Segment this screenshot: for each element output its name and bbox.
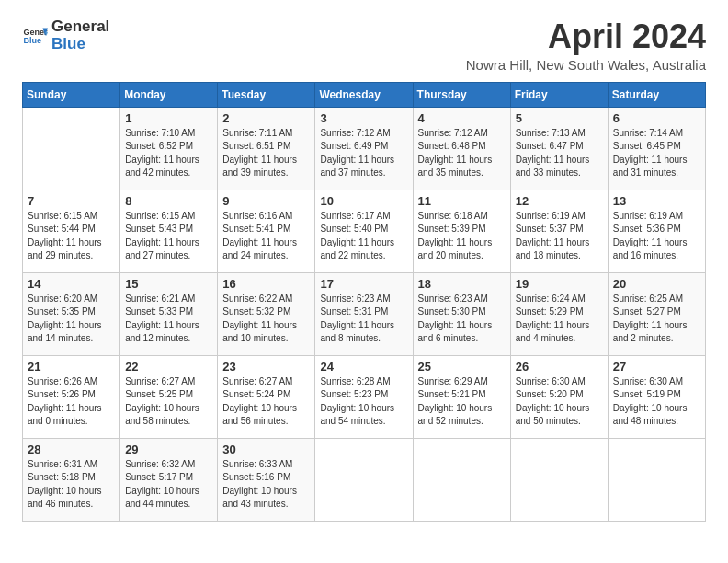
column-header-thursday: Thursday	[413, 82, 510, 107]
day-number: 2	[222, 111, 310, 125]
day-cell: 24Sunrise: 6:28 AM Sunset: 5:23 PM Dayli…	[315, 355, 413, 438]
day-number: 4	[418, 111, 506, 125]
day-cell: 25Sunrise: 6:29 AM Sunset: 5:21 PM Dayli…	[413, 355, 510, 438]
month-title: April 2024	[466, 18, 706, 55]
day-number: 8	[125, 194, 212, 208]
day-info: Sunrise: 6:21 AM Sunset: 5:33 PM Dayligh…	[125, 293, 212, 346]
day-number: 17	[320, 277, 407, 291]
day-info: Sunrise: 6:23 AM Sunset: 5:30 PM Dayligh…	[418, 293, 506, 346]
day-info: Sunrise: 6:31 AM Sunset: 5:18 PM Dayligh…	[28, 458, 115, 511]
day-cell: 4Sunrise: 7:12 AM Sunset: 6:48 PM Daylig…	[413, 107, 510, 190]
day-number: 5	[516, 111, 603, 125]
day-cell: 7Sunrise: 6:15 AM Sunset: 5:44 PM Daylig…	[23, 190, 120, 272]
day-number: 10	[320, 194, 407, 208]
day-cell	[315, 438, 413, 521]
day-info: Sunrise: 6:17 AM Sunset: 5:40 PM Dayligh…	[320, 210, 407, 263]
day-info: Sunrise: 6:19 AM Sunset: 5:36 PM Dayligh…	[613, 210, 700, 263]
day-cell: 20Sunrise: 6:25 AM Sunset: 5:27 PM Dayli…	[608, 272, 705, 355]
column-header-monday: Monday	[120, 82, 218, 107]
day-cell	[608, 438, 705, 521]
day-info: Sunrise: 6:30 AM Sunset: 5:19 PM Dayligh…	[613, 375, 700, 429]
day-cell: 1Sunrise: 7:10 AM Sunset: 6:52 PM Daylig…	[120, 107, 218, 190]
header-row: SundayMondayTuesdayWednesdayThursdayFrid…	[23, 82, 706, 107]
day-cell: 22Sunrise: 6:27 AM Sunset: 5:25 PM Dayli…	[120, 355, 218, 438]
day-number: 1	[125, 111, 212, 125]
logo: General Blue General Blue	[22, 18, 109, 52]
day-number: 29	[125, 442, 212, 456]
day-cell	[510, 438, 608, 521]
day-cell: 23Sunrise: 6:27 AM Sunset: 5:24 PM Dayli…	[218, 355, 315, 438]
day-number: 22	[125, 360, 212, 373]
day-cell: 13Sunrise: 6:19 AM Sunset: 5:36 PM Dayli…	[608, 190, 705, 272]
day-cell: 15Sunrise: 6:21 AM Sunset: 5:33 PM Dayli…	[120, 272, 218, 355]
day-number: 16	[222, 277, 310, 291]
day-number: 3	[320, 111, 407, 125]
day-info: Sunrise: 6:22 AM Sunset: 5:32 PM Dayligh…	[222, 293, 310, 346]
day-number: 24	[320, 360, 407, 373]
column-header-wednesday: Wednesday	[315, 82, 413, 107]
day-info: Sunrise: 6:19 AM Sunset: 5:37 PM Dayligh…	[516, 210, 603, 263]
day-cell: 10Sunrise: 6:17 AM Sunset: 5:40 PM Dayli…	[315, 190, 413, 272]
week-row-3: 14Sunrise: 6:20 AM Sunset: 5:35 PM Dayli…	[23, 272, 706, 355]
day-info: Sunrise: 7:11 AM Sunset: 6:51 PM Dayligh…	[222, 127, 310, 180]
column-header-saturday: Saturday	[608, 82, 705, 107]
day-info: Sunrise: 7:10 AM Sunset: 6:52 PM Dayligh…	[125, 127, 212, 180]
day-info: Sunrise: 6:18 AM Sunset: 5:39 PM Dayligh…	[418, 210, 506, 263]
day-number: 20	[613, 277, 700, 291]
day-cell: 30Sunrise: 6:33 AM Sunset: 5:16 PM Dayli…	[218, 438, 315, 521]
day-info: Sunrise: 6:24 AM Sunset: 5:29 PM Dayligh…	[516, 293, 603, 346]
day-number: 26	[516, 360, 603, 373]
day-cell: 3Sunrise: 7:12 AM Sunset: 6:49 PM Daylig…	[315, 107, 413, 190]
day-number: 12	[516, 194, 603, 208]
day-info: Sunrise: 7:12 AM Sunset: 6:48 PM Dayligh…	[418, 127, 506, 180]
day-cell: 5Sunrise: 7:13 AM Sunset: 6:47 PM Daylig…	[510, 107, 608, 190]
day-number: 11	[418, 194, 506, 208]
day-cell: 29Sunrise: 6:32 AM Sunset: 5:17 PM Dayli…	[120, 438, 218, 521]
column-header-friday: Friday	[510, 82, 608, 107]
day-cell: 9Sunrise: 6:16 AM Sunset: 5:41 PM Daylig…	[218, 190, 315, 272]
day-info: Sunrise: 6:33 AM Sunset: 5:16 PM Dayligh…	[222, 458, 310, 511]
calendar-body: 1Sunrise: 7:10 AM Sunset: 6:52 PM Daylig…	[23, 107, 706, 521]
day-number: 30	[222, 442, 310, 456]
day-info: Sunrise: 6:20 AM Sunset: 5:35 PM Dayligh…	[28, 293, 115, 346]
day-cell: 27Sunrise: 6:30 AM Sunset: 5:19 PM Dayli…	[608, 355, 705, 438]
svg-text:Blue: Blue	[23, 36, 41, 45]
day-number: 25	[418, 360, 506, 373]
day-info: Sunrise: 6:23 AM Sunset: 5:31 PM Dayligh…	[320, 293, 407, 346]
calendar-table: SundayMondayTuesdayWednesdayThursdayFrid…	[22, 82, 706, 522]
week-row-4: 21Sunrise: 6:26 AM Sunset: 5:26 PM Dayli…	[23, 355, 706, 438]
day-info: Sunrise: 6:27 AM Sunset: 5:24 PM Dayligh…	[222, 375, 310, 429]
day-number: 18	[418, 277, 506, 291]
day-number: 21	[28, 360, 115, 373]
day-cell: 28Sunrise: 6:31 AM Sunset: 5:18 PM Dayli…	[23, 438, 120, 521]
day-cell: 11Sunrise: 6:18 AM Sunset: 5:39 PM Dayli…	[413, 190, 510, 272]
day-cell: 6Sunrise: 7:14 AM Sunset: 6:45 PM Daylig…	[608, 107, 705, 190]
day-info: Sunrise: 7:14 AM Sunset: 6:45 PM Dayligh…	[613, 127, 700, 180]
header: General Blue General Blue April 2024 Now…	[22, 18, 706, 73]
calendar-header: SundayMondayTuesdayWednesdayThursdayFrid…	[23, 82, 706, 107]
day-cell: 14Sunrise: 6:20 AM Sunset: 5:35 PM Dayli…	[23, 272, 120, 355]
week-row-1: 1Sunrise: 7:10 AM Sunset: 6:52 PM Daylig…	[23, 107, 706, 190]
title-area: April 2024 Nowra Hill, New South Wales, …	[466, 18, 706, 73]
day-info: Sunrise: 6:27 AM Sunset: 5:25 PM Dayligh…	[125, 375, 212, 429]
day-cell: 8Sunrise: 6:15 AM Sunset: 5:43 PM Daylig…	[120, 190, 218, 272]
day-number: 27	[613, 360, 700, 373]
day-number: 23	[222, 360, 310, 373]
day-number: 28	[28, 442, 115, 456]
day-number: 19	[516, 277, 603, 291]
day-cell: 17Sunrise: 6:23 AM Sunset: 5:31 PM Dayli…	[315, 272, 413, 355]
week-row-2: 7Sunrise: 6:15 AM Sunset: 5:44 PM Daylig…	[23, 190, 706, 272]
day-info: Sunrise: 6:32 AM Sunset: 5:17 PM Dayligh…	[125, 458, 212, 511]
day-info: Sunrise: 6:16 AM Sunset: 5:41 PM Dayligh…	[222, 210, 310, 263]
day-cell	[413, 438, 510, 521]
logo-blue-text: Blue	[51, 36, 109, 53]
day-cell: 2Sunrise: 7:11 AM Sunset: 6:51 PM Daylig…	[218, 107, 315, 190]
week-row-5: 28Sunrise: 6:31 AM Sunset: 5:18 PM Dayli…	[23, 438, 706, 521]
day-cell: 12Sunrise: 6:19 AM Sunset: 5:37 PM Dayli…	[510, 190, 608, 272]
day-number: 7	[28, 194, 115, 208]
column-header-tuesday: Tuesday	[218, 82, 315, 107]
day-cell: 21Sunrise: 6:26 AM Sunset: 5:26 PM Dayli…	[23, 355, 120, 438]
day-number: 15	[125, 277, 212, 291]
day-info: Sunrise: 6:15 AM Sunset: 5:44 PM Dayligh…	[28, 210, 115, 263]
day-info: Sunrise: 6:25 AM Sunset: 5:27 PM Dayligh…	[613, 293, 700, 346]
